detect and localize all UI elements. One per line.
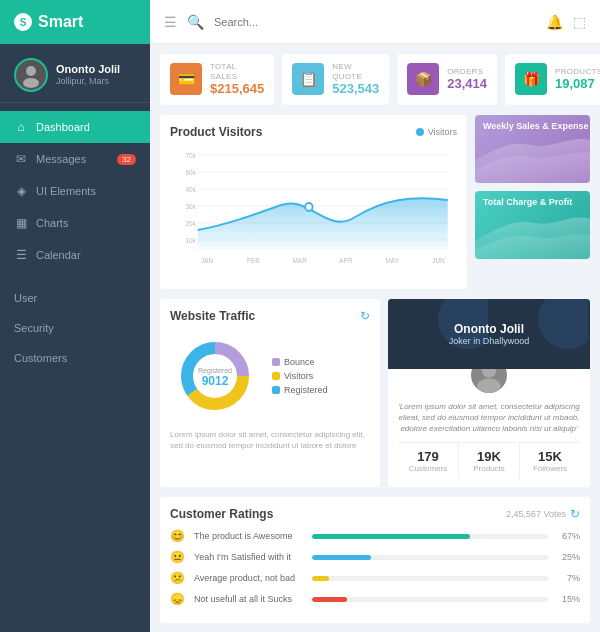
sidebar-item-calendar[interactable]: ☰ Calendar — [0, 239, 150, 271]
brand-logo: S Smart — [0, 0, 150, 44]
followers-value: 15K — [520, 449, 580, 464]
not-useful-bar-bg — [312, 597, 548, 602]
area-chart-svg: 70k 60k 40k 30k 20k 10k — [170, 145, 457, 275]
orders-icon: 📦 — [407, 63, 439, 95]
profile-card: Ononto Jolil Joker in Dhallywood 'Lor — [388, 299, 590, 488]
chart-header: Product Visitors Visitors — [170, 125, 457, 139]
svg-text:70k: 70k — [185, 152, 196, 159]
sidebar-item-messages[interactable]: ✉ Messages 32 — [0, 143, 150, 175]
visitors-label: Visitors — [284, 371, 313, 381]
orders-label: ORDERS — [447, 67, 487, 77]
search-icon[interactable]: 🔍 — [187, 14, 204, 30]
sidebar-item-customers[interactable]: Customers — [0, 343, 150, 373]
sidebar-item-ui-elements[interactable]: ◈ UI Elements — [0, 175, 150, 207]
chart-title: Product Visitors — [170, 125, 262, 139]
ratings-header: Customer Ratings 2,45,567 Votes ↻ — [170, 507, 580, 521]
svg-text:MAY: MAY — [385, 257, 399, 264]
total-charge-title: Total Charge & Profit — [483, 197, 572, 207]
orders-info: ORDERS 23,414 — [447, 67, 487, 92]
svg-text:40k: 40k — [185, 186, 196, 193]
traffic-title: Website Traffic — [170, 309, 255, 323]
brand-icon: S — [14, 13, 32, 31]
profile-quote: 'Lorem ipsum dolor sit amet, consectetur… — [398, 401, 580, 435]
profile-name-area: Ononto Jolil Joker in Dhallywood — [449, 322, 530, 346]
ratings-votes: 2,45,567 Votes ↻ — [506, 507, 580, 521]
new-quote-info: NEW QUOTE 523,543 — [332, 62, 379, 97]
sidebar-item-user[interactable]: User — [0, 283, 150, 313]
svg-point-1 — [23, 78, 39, 88]
messages-badge: 32 — [117, 154, 136, 165]
sidebar: S Smart Ononto Jolil Jollipur, Mars ⌂ Da… — [0, 0, 150, 632]
rating-not-useful: 😞 Not usefull at all it Sucks 15% — [170, 592, 580, 606]
bounce-color — [272, 358, 280, 366]
mini-cards: Weekly Sales & Expense Total Charg — [475, 115, 590, 289]
svg-text:JAN: JAN — [201, 257, 213, 264]
awesome-bar-bg — [312, 534, 548, 539]
exit-icon[interactable]: ⬚ — [573, 14, 586, 30]
menu-icon[interactable]: ☰ — [164, 14, 177, 30]
stat-new-quote: 📋 NEW QUOTE 523,543 — [282, 54, 389, 105]
rating-awesome: 😊 The product is Awesome 67% — [170, 529, 580, 543]
svg-text:10k: 10k — [185, 237, 196, 244]
awesome-bar — [312, 534, 470, 539]
legend-bounce: Bounce — [272, 357, 328, 367]
avatar — [14, 58, 48, 92]
middle-row: Product Visitors Visitors 70k — [160, 115, 590, 289]
profile-stat-followers: 15K Followers — [520, 443, 580, 479]
svg-text:60k: 60k — [185, 169, 196, 176]
profile-display-name: Ononto Jolil — [449, 322, 530, 336]
calendar-icon: ☰ — [14, 248, 28, 262]
products-stat-value: 19K — [459, 449, 519, 464]
satisfied-pct: 25% — [556, 552, 580, 562]
svg-text:FEB: FEB — [247, 257, 260, 264]
new-quote-value: 523,543 — [332, 81, 379, 97]
customers-label: Customers — [398, 464, 458, 473]
profile-background: Ononto Jolil Joker in Dhallywood — [388, 299, 590, 369]
search-input[interactable] — [214, 16, 536, 28]
total-sales-label: TOTAL SALES — [210, 62, 264, 81]
sidebar-item-security[interactable]: Security — [0, 313, 150, 343]
refresh-icon[interactable]: ↻ — [360, 309, 370, 323]
nav-label-user: User — [14, 292, 37, 304]
average-bar — [312, 576, 329, 581]
nav-label-charts: Charts — [36, 217, 68, 229]
nav-label-customers: Customers — [14, 352, 67, 364]
satisfied-emoji: 😐 — [170, 550, 186, 564]
profile-stat-customers: 179 Customers — [398, 443, 458, 479]
weekly-sales-title: Weekly Sales & Expense — [483, 121, 588, 131]
profile-info: Ononto Jolil Jollipur, Mars — [56, 63, 120, 87]
votes-count: 2,45,567 Votes — [506, 509, 566, 519]
svg-text:9012: 9012 — [202, 374, 229, 388]
ratings-refresh-icon[interactable]: ↻ — [570, 507, 580, 521]
sidebar-profile: Ononto Jolil Jollipur, Mars — [0, 44, 150, 103]
stat-products: 🎁 PRODUCTS 19,087 — [505, 54, 600, 105]
profile-name: Ononto Jolil — [56, 63, 120, 76]
profile-stats-row: 179 Customers 19K Products 15K Followers — [398, 442, 580, 479]
sidebar-item-charts[interactable]: ▦ Charts — [0, 207, 150, 239]
satisfied-label: Yeah I'm Satisfied with it — [194, 552, 304, 562]
nav-label-security: Security — [14, 322, 54, 334]
nav-label-messages: Messages — [36, 153, 86, 165]
awesome-label: The product is Awesome — [194, 531, 304, 541]
rating-average: 😕 Average product, not bad 7% — [170, 571, 580, 585]
home-icon: ⌂ — [14, 120, 28, 134]
legend-registered: Registered — [272, 385, 328, 395]
main-content: ☰ 🔍 🔔 ⬚ 💳 TOTAL SALES $215,645 📋 NEW QUO… — [150, 0, 600, 632]
nav-label-ui: UI Elements — [36, 185, 96, 197]
average-emoji: 😕 — [170, 571, 186, 585]
topbar: ☰ 🔍 🔔 ⬚ — [150, 0, 600, 44]
lower-row: Website Traffic ↻ Registered 9012 — [160, 299, 590, 488]
legend-label: Visitors — [428, 127, 457, 137]
stat-orders: 📦 ORDERS 23,414 — [397, 54, 497, 105]
satisfied-bar — [312, 555, 371, 560]
total-sales-icon: 💳 — [170, 63, 202, 95]
ratings-title: Customer Ratings — [170, 507, 273, 521]
awesome-emoji: 😊 — [170, 529, 186, 543]
new-quote-label: NEW QUOTE — [332, 62, 379, 81]
awesome-pct: 67% — [556, 531, 580, 541]
donut-chart: Registered 9012 — [170, 331, 260, 421]
sidebar-item-dashboard[interactable]: ⌂ Dashboard — [0, 111, 150, 143]
topbar-actions: 🔔 ⬚ — [546, 14, 586, 30]
traffic-header: Website Traffic ↻ — [170, 309, 370, 323]
bell-icon[interactable]: 🔔 — [546, 14, 563, 30]
